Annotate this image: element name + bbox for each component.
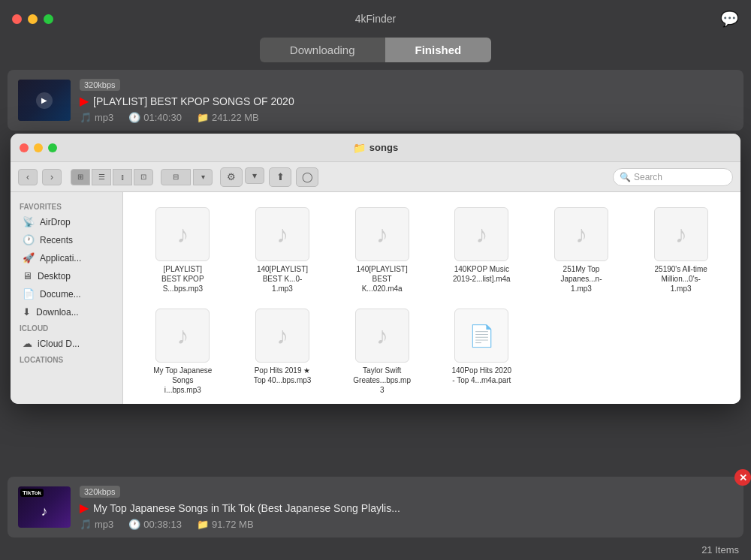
play-icon: ▶ — [36, 92, 53, 109]
download-item-top: ▶ 320kbps ▶ [PLAYLIST] BEST KPOP SONGS O… — [8, 70, 743, 131]
file-icon-9: 📄 — [454, 309, 508, 363]
music-note-icon-7: ♪ — [276, 322, 288, 350]
finder-window: 📁 songs ‹ › ⊞ ☰ ⫿ ⊡ ⊟ ▾ ⚙ ▾ ⬆ ◯ 🔍 Search — [11, 134, 740, 404]
view-gallery[interactable]: ⊡ — [134, 169, 153, 185]
sidebar-item-downloads[interactable]: ⬇ Downloa... — [14, 303, 119, 321]
file-item-8[interactable]: ♪ Taylor Swift Greates...bps.mp3 — [334, 306, 430, 398]
file-item-3[interactable]: ♪ 140KPOP Music 2019-2...list].m4a — [434, 204, 529, 297]
music-note-icon-8: ♪ — [376, 322, 388, 350]
finder-maximize[interactable] — [48, 143, 57, 152]
music-note-icon-4: ♪ — [575, 221, 587, 248]
downloads-label: Downloa... — [36, 307, 79, 318]
download-title-top: ▶ [PLAYLIST] BEST KPOP SONGS OF 2020 — [80, 94, 733, 108]
download-meta-bottom: 🎵 mp3 🕐 00:38:13 📁 91.72 MB — [80, 519, 733, 530]
file-label-6: My Top Japanese Songs i...bps.mp3 — [152, 366, 213, 395]
finder-close[interactable] — [20, 143, 29, 152]
close-button[interactable] — [12, 14, 22, 24]
file-item-5[interactable]: ♪ 25190's All-time Million...0's-1.mp3 — [633, 204, 728, 297]
file-label-4: 251My Top Japanes...n-1.mp3 — [551, 264, 611, 294]
file-item-4[interactable]: ♪ 251My Top Japanes...n-1.mp3 — [534, 204, 629, 297]
finder-toolbar: ‹ › ⊞ ☰ ⫿ ⊡ ⊟ ▾ ⚙ ▾ ⬆ ◯ 🔍 Search — [11, 162, 740, 192]
minimize-button[interactable] — [28, 14, 38, 24]
file-label-3: 140KPOP Music 2019-2...list].m4a — [451, 264, 511, 284]
settings-dropdown-btn[interactable]: ▾ — [245, 167, 264, 184]
maximize-button[interactable] — [44, 14, 53, 24]
view-list[interactable]: ☰ — [92, 169, 111, 185]
file-item-6[interactable]: ♪ My Top Japanese Songs i...bps.mp3 — [135, 306, 231, 398]
folder-icon-bottom: 📁 — [197, 519, 209, 530]
file-icon-0: ♪ — [155, 207, 210, 261]
recents-icon: 🕐 — [23, 234, 35, 245]
tiktok-logo: TikTok — [20, 489, 44, 497]
airdrop-icon: 📡 — [23, 216, 35, 227]
view-extra-btn[interactable]: ⊟ — [161, 169, 191, 185]
duration-top: 🕐 01:40:30 — [128, 112, 182, 123]
applications-label: Applicati... — [40, 253, 81, 263]
documents-icon: 📄 — [23, 288, 35, 300]
settings-button[interactable]: ⚙ — [220, 167, 243, 187]
music-note-icon-1: ♪ — [276, 221, 288, 248]
download-meta-top: 🎵 mp3 🕐 01:40:30 📁 241.22 MB — [80, 112, 733, 123]
sidebar-item-documents[interactable]: 📄 Docume... — [14, 285, 119, 303]
search-icon: 🔍 — [620, 172, 631, 182]
folder-title-icon: 📁 — [353, 142, 366, 154]
locations-label: Locations — [11, 353, 122, 366]
back-button[interactable]: ‹ — [18, 169, 38, 185]
music-note-icon-6: ♪ — [176, 322, 189, 350]
recents-label: Recents — [40, 235, 73, 245]
icloud-label-text: iCloud D... — [38, 339, 80, 349]
quality-badge-bottom: 320kbps — [80, 486, 120, 498]
view-dropdown-btn[interactable]: ▾ — [193, 169, 213, 185]
file-item-0[interactable]: ♪ [PLAYLIST] BEST KPOP S...bps.mp3 — [135, 204, 231, 297]
size-top: 📁 241.22 MB — [197, 112, 259, 123]
title-text-top: [PLAYLIST] BEST KPOP SONGS OF 2020 — [93, 95, 294, 107]
file-icon-4: ♪ — [554, 207, 608, 261]
music-note-icon-2: ♪ — [376, 221, 388, 248]
youtube-icon: ▶ — [80, 94, 89, 108]
close-button-bottom[interactable]: ✕ — [734, 469, 751, 486]
part-file-icon: 📄 — [469, 324, 495, 348]
file-icon-2: ♪ — [355, 207, 409, 261]
sidebar-item-airdrop[interactable]: 📡 AirDrop — [14, 213, 119, 230]
view-columns[interactable]: ⫿ — [113, 169, 132, 185]
forward-button[interactable]: › — [42, 169, 62, 185]
finder-minimize[interactable] — [34, 143, 43, 152]
favorites-label: Favorites — [11, 200, 122, 212]
tab-downloading[interactable]: Downloading — [260, 38, 385, 62]
file-item-2[interactable]: ♪ 140[PLAYLIST] BEST K...020.m4a — [334, 204, 430, 297]
clock-icon: 🕐 — [128, 112, 140, 123]
app-title: 4kFinder — [355, 13, 396, 25]
tab-row: Downloading Finished — [0, 38, 751, 70]
file-icon-8: ♪ — [355, 309, 409, 363]
applications-icon: 🚀 — [23, 252, 35, 263]
file-label-5: 25190's All-time Million...0's-1.mp3 — [651, 264, 711, 294]
view-buttons: ⊞ ☰ ⫿ ⊡ — [71, 169, 153, 185]
sidebar-item-recents[interactable]: 🕐 Recents — [14, 231, 119, 248]
format-icon: 🎵 — [80, 112, 92, 123]
file-item-9[interactable]: 📄 140Pop Hits 2020 - Top 4...m4a.part — [434, 306, 529, 398]
file-label-0: [PLAYLIST] BEST KPOP S...bps.mp3 — [152, 264, 213, 294]
sidebar-item-applications[interactable]: 🚀 Applicati... — [14, 249, 119, 266]
sidebar-item-icloud[interactable]: ☁ iCloud D... — [14, 335, 119, 352]
download-info-bottom: 320kbps ▶ My Top Japanese Songs in Tik T… — [80, 484, 733, 530]
file-item-1[interactable]: ♪ 140[PLAYLIST] BEST K...0-1.mp3 — [235, 204, 330, 297]
tab-finished[interactable]: Finished — [385, 38, 492, 62]
format-top: 🎵 mp3 — [80, 112, 113, 123]
clock-icon-bottom: 🕐 — [128, 519, 140, 530]
view-icon-grid[interactable]: ⊞ — [71, 169, 90, 185]
downloads-icon: ⬇ — [23, 306, 31, 318]
tag-button[interactable]: ◯ — [296, 167, 318, 187]
share-button[interactable]: ⬆ — [269, 167, 291, 187]
file-label-8: Taylor Swift Greates...bps.mp3 — [352, 366, 412, 395]
music-note-icon-3: ♪ — [475, 221, 487, 248]
download-title-bottom: ▶ My Top Japanese Songs in Tik Tok (Best… — [80, 501, 733, 515]
search-box: 🔍 Search — [613, 168, 733, 186]
format-bottom: 🎵 mp3 — [80, 519, 113, 530]
search-placeholder: Search — [634, 172, 662, 182]
file-item-7[interactable]: ♪ Pop Hits 2019 ★ Top 40...bps.mp3 — [235, 306, 330, 398]
title-bar: 4kFinder 💬 — [0, 0, 751, 38]
file-grid: ♪ [PLAYLIST] BEST KPOP S...bps.mp3 ♪ 140… — [135, 204, 728, 398]
sidebar-item-desktop[interactable]: 🖥 Desktop — [14, 267, 119, 285]
file-icon-7: ♪ — [255, 309, 309, 363]
traffic-lights — [12, 14, 53, 24]
